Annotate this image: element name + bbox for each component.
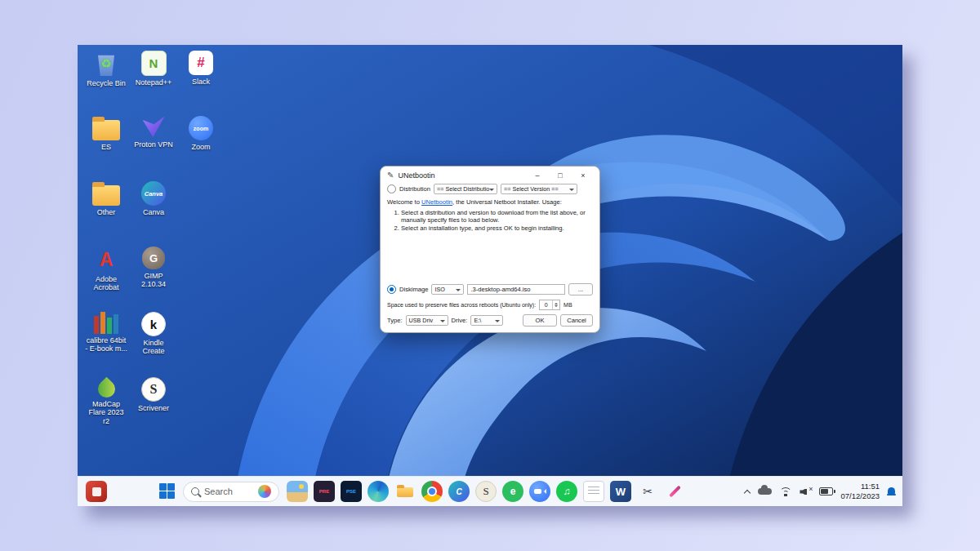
search-box[interactable]: Search: [183, 482, 279, 502]
desktop-icon-label: Kindle Create: [132, 339, 175, 356]
image-type-select[interactable]: ISO: [431, 284, 464, 295]
desktop-icon-label: Scrivener: [138, 404, 169, 412]
desktop-icon-canva[interactable]: CanvaCanva: [130, 179, 177, 244]
recycle-bin-icon: ♻: [93, 51, 119, 77]
calibre-icon: [94, 312, 118, 334]
window-controls: – □ ×: [528, 169, 593, 181]
distribution-row: Distribution == Select Distributio == Se…: [387, 184, 593, 194]
unetbootin-app-icon: ✎: [387, 171, 394, 180]
space-spinbox[interactable]: 0: [539, 300, 560, 310]
desktop-icon-label: Canva: [143, 208, 164, 216]
type-select-value: USB Driv: [409, 317, 434, 324]
wifi-icon[interactable]: [779, 487, 792, 496]
diskimage-radio[interactable]: [387, 285, 396, 294]
notification-bell-icon[interactable]: [887, 487, 896, 496]
desktop-icon-calibre[interactable]: calibre 64bit - E-book m...: [82, 309, 130, 375]
space-value: 0: [540, 300, 552, 309]
desktop-icon-es-folder[interactable]: ES: [82, 113, 130, 179]
cancel-button[interactable]: Cancel: [560, 314, 593, 327]
proton-vpn-icon: [143, 116, 165, 138]
desktop-icon-slack[interactable]: #Slack: [177, 48, 225, 113]
evernote-icon[interactable]: e: [502, 481, 523, 502]
desktop-icon-kindle-create[interactable]: kKindle Create: [130, 309, 177, 375]
desktop-icon-label: Zoom: [191, 143, 210, 151]
notepad-plus-plus-icon: N: [141, 51, 167, 76]
space-unit-label: MB: [564, 302, 572, 308]
window-title: UNetbootin: [398, 171, 434, 180]
edge-icon[interactable]: [368, 481, 389, 502]
close-button[interactable]: ×: [573, 169, 593, 181]
scrivener-icon: S: [141, 377, 166, 402]
distribution-radio-label: Distribution: [399, 185, 430, 193]
taskbar-clock[interactable]: 11:51 07/12/2023: [840, 482, 880, 501]
spotify-icon[interactable]: ♫: [556, 481, 577, 502]
spin-arrows[interactable]: [552, 300, 559, 309]
desktop-icon-other-folder[interactable]: Other: [82, 179, 130, 244]
tray-time: 11:51: [840, 482, 880, 491]
unetbootin-window: ✎ UNetbootin – □ × Distribution == Selec…: [380, 166, 600, 333]
target-row: Type: USB Driv Drive: E:\ OK Cancel: [387, 314, 593, 327]
search-label: Search: [204, 487, 233, 496]
photoshop-elements-icon[interactable]: PSE: [341, 481, 362, 502]
desktop-icon-label: MadCap Flare 2023 r2: [85, 400, 127, 425]
battery-icon[interactable]: [819, 487, 833, 495]
madcap-flare-icon: [94, 377, 118, 402]
desktop-icon-notepad-plus-plus[interactable]: NNotepad++: [130, 48, 177, 113]
zoom-icon[interactable]: [529, 481, 550, 502]
usage-step-2: Select an installation type, and press O…: [401, 224, 593, 232]
type-select[interactable]: USB Driv: [406, 315, 448, 326]
canva-icon: Canva: [141, 181, 166, 206]
premiere-elements-icon[interactable]: PRE: [314, 481, 335, 502]
chrome-icon[interactable]: [421, 481, 443, 502]
ok-button[interactable]: OK: [523, 314, 557, 327]
desktop-icon-proton-vpn[interactable]: Proton VPN: [130, 113, 177, 179]
tray-chevron-up-icon[interactable]: [744, 488, 751, 495]
desktop-icon-grid: ♻Recycle BinESOtherAAdobe Acrobatcalibre…: [82, 48, 225, 440]
taskbar: Search PREPSECSe♫W✂ 11:51 07/12/2023: [78, 476, 902, 506]
browse-button[interactable]: ...: [568, 283, 593, 295]
desktop-icon-madcap-flare[interactable]: MadCap Flare 2023 r2: [82, 375, 130, 440]
desktop-icon-label: Notepad++: [136, 78, 172, 87]
system-tray: 11:51 07/12/2023: [744, 477, 896, 506]
desktop-icon-label: GIMP 2.10.34: [132, 272, 175, 289]
scrivener-icon[interactable]: S: [475, 481, 497, 502]
diskimage-row: Diskimage ISO .3-desktop-amd64.iso ...: [387, 283, 593, 295]
maximize-button[interactable]: □: [550, 169, 570, 181]
adobe-acrobat-icon: A: [93, 247, 119, 273]
desktop-icon-label: Other: [97, 208, 116, 216]
desktop-icon-label: ES: [101, 143, 111, 151]
kindle-create-icon: k: [141, 312, 166, 336]
desktop-icon-gimp[interactable]: GGIMP 2.10.34: [130, 244, 177, 309]
snipping-tool-icon[interactable]: ✂: [637, 481, 658, 502]
onedrive-cloud-icon[interactable]: [758, 488, 772, 495]
desktop-icon-recycle-bin[interactable]: ♻Recycle Bin: [82, 48, 130, 113]
unetbootin-link[interactable]: UNetbootin: [421, 198, 452, 206]
photos-icon[interactable]: [287, 481, 308, 502]
desktop-icon-label: Adobe Acrobat: [85, 275, 127, 292]
file-explorer-icon[interactable]: [394, 481, 416, 502]
corner-app-icon[interactable]: [86, 481, 107, 502]
desktop-icon-adobe-acrobat[interactable]: AAdobe Acrobat: [82, 244, 130, 309]
desktop-icon-zoom[interactable]: zoomZoom: [177, 113, 225, 179]
diskimage-radio-label: Diskimage: [399, 286, 428, 293]
desktop-icon-label: calibre 64bit - E-book m...: [85, 336, 127, 353]
minimize-button[interactable]: –: [528, 169, 547, 181]
word-icon[interactable]: W: [610, 481, 631, 502]
drive-select[interactable]: E:\: [470, 315, 503, 326]
desktop-icon-label: Proton VPN: [134, 140, 173, 149]
notepad-icon[interactable]: [583, 481, 604, 502]
distribution-select-value: == Select Distributio: [437, 185, 489, 193]
distribution-radio[interactable]: [387, 184, 396, 193]
volume-muted-icon[interactable]: [800, 487, 812, 495]
pen-icon[interactable]: [664, 481, 685, 502]
canva-icon[interactable]: C: [448, 481, 470, 502]
distribution-select[interactable]: == Select Distributio: [434, 184, 497, 194]
tray-icons: [744, 487, 833, 496]
desktop-icon-scrivener[interactable]: SScrivener: [130, 375, 177, 440]
iso-path-input[interactable]: .3-desktop-amd64.iso: [467, 284, 565, 295]
window-titlebar[interactable]: ✎ UNetbootin – □ ×: [381, 167, 599, 184]
version-select[interactable]: == Select Version ==: [501, 184, 577, 194]
welcome-text: Welcome to UNetbootin, the Universal Net…: [387, 198, 593, 206]
start-button[interactable]: [159, 483, 176, 500]
es-folder-icon: [92, 120, 120, 140]
